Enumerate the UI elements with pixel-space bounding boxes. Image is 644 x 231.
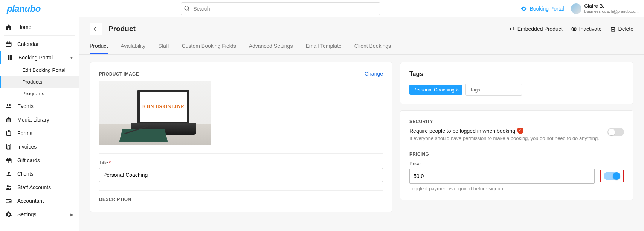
svg-point-7 (7, 104, 9, 106)
security-heading: SECURITY (409, 119, 624, 124)
users-icon (5, 103, 12, 109)
title-label: Title* (99, 160, 383, 166)
tab-product[interactable]: Product (90, 43, 108, 54)
svg-point-16 (9, 148, 10, 149)
page-title: Product (108, 25, 136, 33)
calculator-icon (5, 143, 12, 150)
sidebar-item-label: Forms (17, 130, 32, 136)
tag-chip[interactable]: Personal Coaching× (409, 85, 462, 95)
security-toggle[interactable] (607, 128, 624, 136)
tab-email-template[interactable]: Email Template (305, 43, 341, 54)
sidebar-item-clients[interactable]: Clients (0, 167, 79, 181)
product-image: JOIN US ONLINE. (99, 81, 211, 145)
booking-portal-link[interactable]: Booking Portal (520, 5, 564, 12)
booking-portal-label: Booking Portal (530, 6, 564, 12)
sidebar-sub-programs[interactable]: Programs (0, 88, 79, 99)
tab-custom-booking-fields[interactable]: Custom Booking Fields (182, 43, 236, 54)
arrow-left-icon (93, 26, 99, 32)
tab-client-bookings[interactable]: Client Bookings (354, 43, 391, 54)
back-button[interactable] (90, 23, 102, 35)
delete-button[interactable]: Delete (610, 26, 633, 32)
sidebar-item-label: Events (17, 103, 34, 109)
sidebar-item-invoices[interactable]: Invoices (0, 140, 79, 153)
sidebar-item-label: Booking Portal (18, 55, 53, 61)
tab-availability[interactable]: Availability (121, 43, 145, 54)
svg-point-15 (8, 148, 8, 149)
security-pricing-card: SECURITY Require people to be logged in … (400, 110, 633, 200)
eye-off-icon (571, 26, 577, 32)
price-input[interactable] (409, 169, 595, 184)
tab-advanced-settings[interactable]: Advanced Settings (249, 43, 293, 54)
sidebar-item-calendar[interactable]: Calendar (0, 37, 79, 51)
description-label: DESCRIPTION (99, 197, 383, 202)
sidebar-sub-products[interactable]: Products (0, 76, 79, 88)
user-icon (5, 170, 12, 177)
svg-point-2 (523, 8, 525, 9)
svg-rect-28 (612, 28, 615, 31)
chevron-down-icon: ▼ (70, 56, 73, 60)
svg-point-21 (7, 185, 9, 187)
svg-point-22 (9, 186, 11, 187)
gear-icon (5, 211, 12, 218)
svg-point-20 (8, 172, 10, 174)
sidebar-item-label: Home (17, 24, 31, 30)
sidebar-item-label: Gift cards (17, 157, 40, 163)
sidebar: Home Calendar Booking Portal ▼ Edit Book… (0, 17, 79, 231)
trash-icon (610, 26, 616, 32)
security-sub-text: If everyone should have permission to ma… (409, 135, 603, 141)
calendar-icon (5, 41, 12, 47)
close-icon[interactable]: × (456, 87, 459, 93)
inactivate-button[interactable]: Inactivate (571, 26, 602, 32)
action-label: Delete (618, 26, 633, 32)
search-input[interactable] (181, 2, 380, 15)
product-card: PRODUCT IMAGE Change JOIN US ONLINE. (90, 62, 392, 212)
user-email: business-coach@planubo.c... (584, 9, 639, 14)
sidebar-item-events[interactable]: Events (0, 99, 79, 113)
product-image-label: PRODUCT IMAGE (99, 71, 139, 77)
code-icon (509, 26, 515, 32)
price-help-text: Toggle if payment is required before sig… (409, 186, 624, 191)
tags-card: Tags Personal Coaching× (400, 62, 633, 104)
user-menu[interactable]: Claire B. business-coach@planubo.c... (571, 3, 639, 14)
sidebar-sub-edit-booking-portal[interactable]: Edit Booking Portal (0, 64, 79, 76)
tags-input[interactable] (465, 84, 522, 96)
search-icon (184, 5, 191, 12)
clipboard-icon (5, 130, 12, 137)
book-icon (6, 54, 13, 61)
svg-point-8 (9, 104, 11, 106)
sidebar-item-booking-portal[interactable]: Booking Portal ▼ (0, 51, 79, 64)
action-label: Inactivate (579, 26, 602, 32)
change-image-link[interactable]: Change (365, 71, 383, 77)
sidebar-item-gift-cards[interactable]: Gift cards (0, 153, 79, 167)
sidebar-item-accountant[interactable]: Accountant (0, 194, 79, 208)
sidebar-item-settings[interactable]: Settings ▶ (0, 208, 79, 221)
home-icon (5, 24, 12, 30)
pricing-heading: PRICING (409, 152, 624, 157)
sidebar-item-media-library[interactable]: Media Library (0, 113, 79, 126)
sidebar-item-home[interactable]: Home (0, 20, 79, 34)
brand-logo[interactable]: planubo (7, 3, 41, 14)
price-label: Price (409, 161, 624, 166)
svg-rect-11 (7, 144, 11, 149)
wallet-icon (5, 198, 12, 204)
sidebar-item-staff[interactable]: Staff Accounts (0, 181, 79, 194)
title-input[interactable] (99, 168, 383, 182)
sidebar-item-label: Clients (17, 171, 34, 177)
eye-icon (520, 5, 527, 12)
svg-point-13 (8, 147, 8, 147)
tag-label: Personal Coaching (413, 87, 455, 93)
embedded-product-button[interactable]: Embedded Product (509, 26, 563, 32)
svg-rect-3 (6, 42, 11, 47)
price-toggle[interactable] (604, 172, 620, 180)
image-caption: JOIN US ONLINE. (141, 104, 185, 110)
tabs: Product Availability Staff Custom Bookin… (79, 35, 644, 55)
user-name: Claire B. (584, 3, 639, 9)
tab-staff[interactable]: Staff (158, 43, 169, 54)
sidebar-item-forms[interactable]: Forms (0, 126, 79, 140)
sidebar-item-label: Media Library (17, 117, 49, 123)
sidebar-item-label: Calendar (17, 41, 39, 47)
sidebar-item-label: Accountant (17, 198, 44, 204)
users-icon (5, 184, 12, 191)
price-toggle-highlight (600, 170, 624, 182)
shield-icon (517, 128, 523, 134)
